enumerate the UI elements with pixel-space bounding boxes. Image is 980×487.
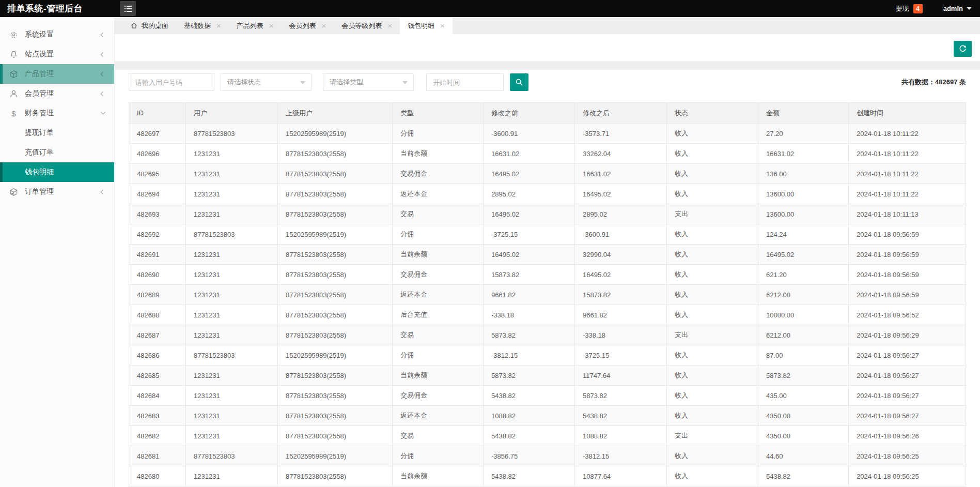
table-cell: 5438.82	[758, 466, 849, 486]
close-icon[interactable]: ×	[322, 22, 326, 29]
table-cell: 482682	[129, 426, 186, 446]
sidebar-item[interactable]: 订单管理	[0, 182, 114, 202]
table-cell: 交易佣金	[393, 386, 484, 406]
table-cell: -3812.15	[575, 446, 667, 466]
sidebar-toggle-button[interactable]	[120, 1, 136, 16]
table-cell: 482695	[129, 164, 186, 184]
table-cell: 16631.02	[575, 164, 667, 184]
chevron-left-icon	[101, 91, 106, 96]
table-row: 482685123123187781523803(2558)当前余额5873.8…	[129, 366, 966, 386]
table-cell: 返还本金	[393, 406, 484, 426]
close-icon[interactable]: ×	[440, 22, 445, 29]
tab-item[interactable]: 会员列表×	[282, 17, 334, 34]
table-cell: -3600.91	[575, 224, 667, 245]
table-cell: 87781523803	[186, 224, 278, 245]
sidebar-item[interactable]: 站点设置	[0, 44, 114, 64]
user-number-input[interactable]	[129, 73, 214, 91]
sidebar-item-label: 订单管理	[25, 187, 101, 196]
table-cell: 33262.04	[575, 144, 667, 164]
close-icon[interactable]: ×	[216, 22, 221, 29]
table-cell: 15873.82	[575, 285, 667, 305]
table-cell: 10877.64	[575, 466, 667, 486]
tab-item[interactable]: 产品列表×	[229, 17, 282, 34]
table-cell: 收入	[667, 184, 758, 204]
sidebar-item[interactable]: 产品管理	[0, 64, 114, 84]
table-cell: 4350.00	[758, 406, 849, 426]
table-cell: 1231231	[186, 466, 278, 486]
sidebar-item-label: 系统设置	[25, 30, 101, 39]
table-cell: 2024-01-18 09:56:27	[849, 386, 966, 406]
table-cell: -3856.75	[484, 446, 575, 466]
table-cell: 482693	[129, 204, 186, 224]
sidebar-item[interactable]: 系统设置	[0, 25, 114, 44]
table-cell: 收入	[667, 386, 758, 406]
type-select-value: 请选择类型	[330, 78, 363, 87]
table-cell: 分佣	[393, 446, 484, 466]
withdraw-notice[interactable]: 提现 4	[896, 4, 923, 13]
table-cell: 2024-01-18 09:56:59	[849, 245, 966, 265]
table-cell: 2024-01-18 10:11:22	[849, 184, 966, 204]
table-cell: 5438.82	[484, 466, 575, 486]
table-column-header: 创建时间	[849, 103, 966, 124]
table-cell: 482697	[129, 124, 186, 144]
table-cell: 15202595989(2519)	[278, 124, 393, 144]
table-cell: 5873.82	[758, 366, 849, 386]
sidebar-item[interactable]: 会员管理	[0, 84, 114, 103]
tab-label: 会员列表	[289, 21, 316, 31]
close-icon[interactable]: ×	[269, 22, 274, 29]
table-cell: 返还本金	[393, 184, 484, 204]
refresh-icon	[958, 44, 967, 53]
tab-item[interactable]: 基础数据×	[176, 17, 229, 34]
table-row: 482688123123187781523803(2558)后台充值-338.1…	[129, 305, 966, 325]
table-cell: 5873.82	[484, 366, 575, 386]
table-cell: 1231231	[186, 325, 278, 345]
table-cell: 收入	[667, 466, 758, 486]
user-icon	[9, 89, 18, 98]
tab-item[interactable]: 钱包明细×	[400, 17, 453, 34]
table-cell: 16631.02	[484, 144, 575, 164]
tab-label: 会员等级列表	[341, 21, 382, 31]
table-cell: 87781523803(2558)	[278, 265, 393, 285]
spacer	[115, 61, 980, 70]
sidebar-subitem[interactable]: 钱包明细	[0, 162, 114, 182]
table-cell: 87781523803	[186, 446, 278, 466]
search-button[interactable]	[510, 73, 528, 91]
table-cell: 收入	[667, 446, 758, 466]
start-time-input[interactable]	[426, 73, 504, 91]
table-cell: -3725.15	[484, 224, 575, 245]
table-cell: 16495.02	[484, 245, 575, 265]
sidebar-subitem[interactable]: 提现订单	[0, 123, 114, 143]
sidebar-item[interactable]: $财务管理	[0, 103, 114, 123]
table-cell: 482680	[129, 466, 186, 486]
table-cell: 分佣	[393, 124, 484, 144]
total-records-label: 共有数据：482697 条	[901, 78, 966, 87]
table-cell: -3573.71	[575, 124, 667, 144]
refresh-button[interactable]	[954, 41, 972, 57]
table-cell: 1231231	[186, 386, 278, 406]
table-cell: 87781523803(2558)	[278, 426, 393, 446]
tab-item[interactable]: 会员等级列表×	[334, 17, 400, 34]
table-cell: 15873.82	[484, 265, 575, 285]
user-menu[interactable]: admin	[943, 5, 972, 12]
table-row: 482680123123187781523803(2558)当前余额5438.8…	[129, 466, 966, 486]
table-cell: 收入	[667, 305, 758, 325]
table-cell: 1231231	[186, 265, 278, 285]
sidebar-subitem[interactable]: 充值订单	[0, 143, 114, 162]
table-cell: 10000.00	[758, 305, 849, 325]
status-select[interactable]: 请选择状态	[221, 73, 312, 91]
table-row: 482693123123187781523803(2558)交易16495.02…	[129, 204, 966, 224]
type-select[interactable]: 请选择类型	[323, 73, 414, 91]
search-icon	[515, 78, 523, 86]
table-cell: 支出	[667, 426, 758, 446]
table-cell: 482696	[129, 144, 186, 164]
table-cell: 15202595989(2519)	[278, 224, 393, 245]
table-cell: 1231231	[186, 285, 278, 305]
table-column-header: ID	[129, 103, 186, 124]
table-cell: 1231231	[186, 204, 278, 224]
tab-item[interactable]: 我的桌面	[122, 17, 176, 34]
table-cell: 87.00	[758, 345, 849, 366]
table-cell: 5438.82	[575, 406, 667, 426]
close-icon[interactable]: ×	[387, 22, 392, 29]
table-cell: 2024-01-18 09:56:27	[849, 345, 966, 366]
wallet-detail-panel: 请选择状态 请选择类型 共有数据：482697 条	[115, 70, 980, 487]
